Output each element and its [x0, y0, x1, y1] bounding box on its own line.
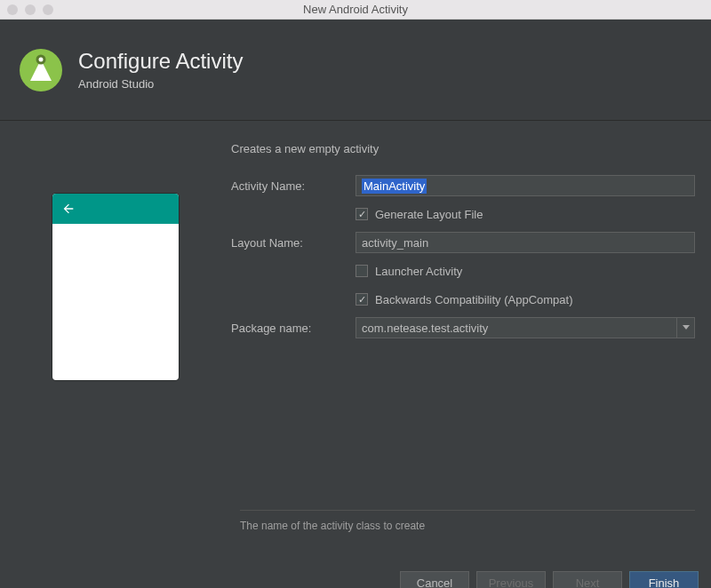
- form-pane: Creates a new empty activity Activity Na…: [231, 121, 711, 510]
- zoom-window-icon[interactable]: [43, 4, 53, 15]
- help-text: The name of the activity class to create: [240, 520, 695, 564]
- wizard-button-bar: Cancel Previous Next Finish: [0, 564, 711, 588]
- traffic-lights: [7, 4, 53, 15]
- svg-point-3: [39, 57, 44, 61]
- activity-name-label: Activity Name:: [231, 179, 356, 193]
- package-name-value: com.netease.test.activity: [362, 322, 488, 335]
- banner-title: Configure Activity: [78, 49, 243, 74]
- launcher-activity-checkbox[interactable]: [356, 265, 368, 277]
- activity-preview: [52, 194, 179, 380]
- layout-name-label: Layout Name:: [231, 236, 356, 250]
- next-button[interactable]: Next: [553, 571, 622, 588]
- layout-name-input[interactable]: activity_main: [356, 232, 695, 253]
- window-title: New Android Activity: [0, 3, 711, 16]
- banner-subtitle: Android Studio: [78, 77, 243, 91]
- generate-layout-label: Generate Layout File: [375, 208, 483, 221]
- help-region: The name of the activity class to create: [0, 510, 711, 564]
- package-name-label: Package name:: [231, 322, 356, 335]
- close-window-icon[interactable]: [7, 4, 18, 15]
- preview-pane: [0, 121, 231, 510]
- back-arrow-icon: [61, 202, 76, 216]
- activity-name-value: MainActivity: [362, 179, 427, 194]
- generate-layout-checkbox[interactable]: [356, 208, 368, 220]
- package-name-combo[interactable]: com.netease.test.activity: [356, 317, 695, 338]
- layout-name-value: activity_main: [362, 236, 428, 250]
- launcher-activity-label: Launcher Activity: [375, 265, 462, 278]
- android-studio-logo-icon: [18, 47, 64, 93]
- cancel-button[interactable]: Cancel: [400, 571, 469, 588]
- package-name-dropdown-button[interactable]: [676, 318, 694, 338]
- finish-button[interactable]: Finish: [629, 571, 699, 588]
- window-titlebar: New Android Activity: [0, 0, 711, 20]
- wizard-banner: Configure Activity Android Studio: [0, 20, 711, 121]
- backwards-compat-checkbox[interactable]: [356, 293, 368, 306]
- preview-appbar: [52, 194, 179, 224]
- chevron-down-icon: [683, 325, 690, 330]
- previous-button[interactable]: Previous: [476, 571, 546, 588]
- help-separator: [240, 510, 695, 511]
- activity-name-input[interactable]: MainActivity: [356, 175, 695, 196]
- minimize-window-icon[interactable]: [25, 4, 36, 15]
- form-description: Creates a new empty activity: [231, 142, 695, 155]
- backwards-compat-label: Backwards Compatibility (AppCompat): [375, 293, 573, 306]
- wizard-content: Creates a new empty activity Activity Na…: [0, 121, 711, 510]
